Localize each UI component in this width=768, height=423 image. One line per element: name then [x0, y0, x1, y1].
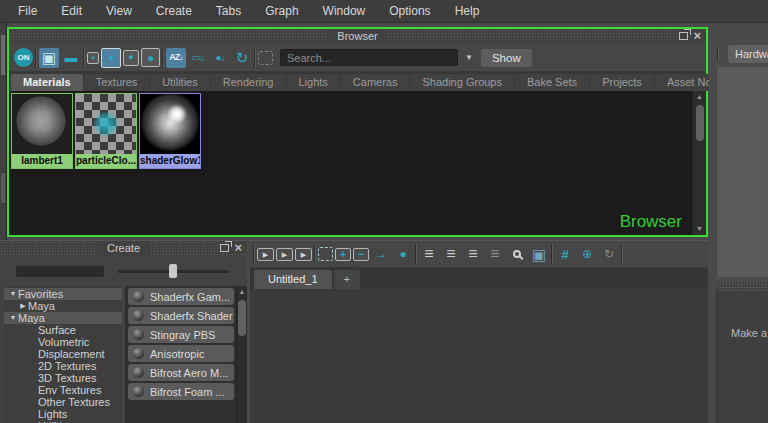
show-connections-button[interactable]: →: [371, 244, 391, 264]
sort-by-type-button[interactable]: ▭↓: [188, 48, 208, 68]
frame-selected-button[interactable]: [258, 51, 273, 65]
menu-item[interactable]: File: [6, 0, 49, 23]
material-swatch[interactable]: shaderGlow1: [139, 93, 201, 169]
view-swatch-name-button[interactable]: ▣: [39, 48, 59, 68]
browser-tab[interactable]: Cameras: [341, 74, 410, 91]
pin-selection-button[interactable]: ●: [393, 244, 413, 264]
tree-item[interactable]: Lights: [4, 408, 122, 420]
menu-item[interactable]: Graph: [253, 0, 310, 23]
create-panel: Create × ▼ Favorites: [0, 240, 247, 423]
swatch-size-medium-button[interactable]: ●: [101, 48, 121, 68]
grid-toggle-button[interactable]: #: [555, 244, 575, 264]
browser-scrollbar[interactable]: ▲ ▼: [692, 91, 706, 235]
browser-tab[interactable]: Utilities: [150, 74, 209, 91]
browser-tab[interactable]: Lights: [287, 74, 340, 91]
menu-item[interactable]: Help: [443, 0, 492, 23]
sort-alphabetical-button[interactable]: AZ↓: [166, 48, 186, 68]
node-graph-canvas[interactable]: [250, 289, 708, 423]
material-swatch[interactable]: lambert1: [11, 93, 73, 169]
create-titlebar[interactable]: Create ×: [0, 241, 247, 256]
tree-expand-icon[interactable]: ▶: [18, 300, 28, 312]
tree-item[interactable]: 3D Textures: [4, 372, 122, 384]
work-area-tab[interactable]: Untitled_1: [254, 270, 332, 289]
tree-item[interactable]: Displacement: [4, 348, 122, 360]
tree-item[interactable]: Other Textures: [4, 396, 122, 408]
swatch-size-slider[interactable]: [118, 270, 229, 273]
close-icon[interactable]: ×: [692, 29, 702, 42]
layout-full-button[interactable]: ≡: [463, 244, 483, 264]
add-to-graph-button[interactable]: +: [335, 248, 351, 261]
browser-tab[interactable]: Materials: [11, 74, 83, 91]
browser-tab[interactable]: Rendering: [211, 74, 286, 91]
swatch-size-small-button[interactable]: ■: [87, 52, 99, 64]
graph-input-button[interactable]: ▶: [257, 248, 274, 261]
filter-field[interactable]: [16, 266, 104, 277]
material-swatch[interactable]: particleClo...: [75, 93, 137, 169]
pane-layout-button[interactable]: ▣: [529, 244, 549, 264]
scroll-up-icon[interactable]: ▲: [239, 286, 246, 298]
menu-item[interactable]: Window: [311, 0, 378, 23]
frame-all-button[interactable]: [318, 247, 333, 261]
tree-item[interactable]: Env Textures: [4, 384, 122, 396]
browser-tab[interactable]: Shading Groups: [410, 74, 514, 91]
node-list-item[interactable]: Stingray PBS: [128, 326, 234, 343]
swatch-size-xlarge-button[interactable]: ●: [141, 48, 160, 67]
node-list-item[interactable]: Shaderfx Gam...: [128, 288, 234, 305]
material-name-label: lambert1: [12, 154, 72, 168]
tree-expand-icon[interactable]: ▼: [8, 288, 18, 300]
close-icon[interactable]: ×: [233, 241, 243, 254]
menu-item[interactable]: View: [94, 0, 144, 23]
node-list-item[interactable]: Shaderfx Shader: [128, 307, 234, 324]
separator: [35, 48, 37, 68]
separator: [83, 48, 85, 68]
node-list-scrollbar[interactable]: ▲: [236, 286, 247, 423]
menu-item[interactable]: Edit: [49, 0, 94, 23]
show-button[interactable]: Show: [481, 49, 532, 67]
scrollbar-thumb[interactable]: [696, 105, 704, 141]
maya-hypershade-window: FileEditViewCreateTabsGraphWindowOptions…: [0, 0, 768, 423]
slider-handle[interactable]: [169, 264, 177, 278]
node-list-item[interactable]: Bifrost Foam ...: [128, 383, 234, 400]
layout-horizontal-button[interactable]: ≡: [419, 244, 439, 264]
scroll-up-icon[interactable]: ▲: [696, 91, 703, 103]
search-filter-dropdown-icon[interactable]: ▼: [465, 53, 473, 62]
tree-item[interactable]: Volumetric: [4, 336, 122, 348]
work-area-tab[interactable]: +: [334, 270, 360, 289]
graph-output-button[interactable]: ▶: [295, 248, 312, 261]
graph-input-output-button[interactable]: ▶: [276, 248, 293, 261]
browser-tab[interactable]: Textures: [84, 74, 150, 91]
scrollbar-thumb[interactable]: [238, 300, 246, 336]
history-button[interactable]: ↻: [599, 244, 619, 264]
connection-style-button[interactable]: ⊕: [577, 244, 597, 264]
tree-item[interactable]: 2D Textures: [4, 360, 122, 372]
browser-tab[interactable]: Projects: [590, 74, 654, 91]
swatch-size-large-button[interactable]: ●: [123, 50, 139, 66]
menu-item[interactable]: Tabs: [204, 0, 253, 23]
panel-drag-handle[interactable]: [716, 283, 768, 291]
tree-item[interactable]: ▶ Maya: [4, 300, 122, 312]
layout-vertical-button[interactable]: ≡: [441, 244, 461, 264]
tree-item[interactable]: ▼ Maya: [4, 312, 122, 324]
node-list-item[interactable]: Anisotropic: [128, 345, 234, 362]
tree-item[interactable]: ▼ Favorites: [4, 288, 122, 300]
scroll-down-icon[interactable]: ▼: [696, 223, 703, 235]
layout-collapse-button[interactable]: ≡: [485, 244, 505, 264]
sort-by-time-button[interactable]: ●↓: [210, 48, 230, 68]
undock-icon[interactable]: [220, 244, 229, 252]
renderer-dropdown[interactable]: Hardware: [728, 45, 768, 63]
toggle-on-button[interactable]: ON: [14, 48, 33, 67]
refresh-button[interactable]: ↻: [232, 48, 252, 68]
browser-tab[interactable]: Bake Sets: [515, 74, 589, 91]
search-input[interactable]: [280, 49, 458, 66]
browser-titlebar[interactable]: Browser ×: [9, 29, 706, 44]
undock-icon[interactable]: [679, 32, 688, 40]
separator: [551, 244, 553, 264]
tree-item[interactable]: Surface: [4, 324, 122, 336]
tree-expand-icon[interactable]: ▼: [8, 312, 18, 324]
view-list-button[interactable]: ▬: [61, 48, 81, 68]
menu-item[interactable]: Options: [377, 0, 442, 23]
menu-item[interactable]: Create: [144, 0, 204, 23]
node-list-item[interactable]: Bifrost Aero M...: [128, 364, 234, 381]
search-nodes-button[interactable]: [507, 244, 527, 264]
remove-from-graph-button[interactable]: −: [353, 248, 369, 261]
